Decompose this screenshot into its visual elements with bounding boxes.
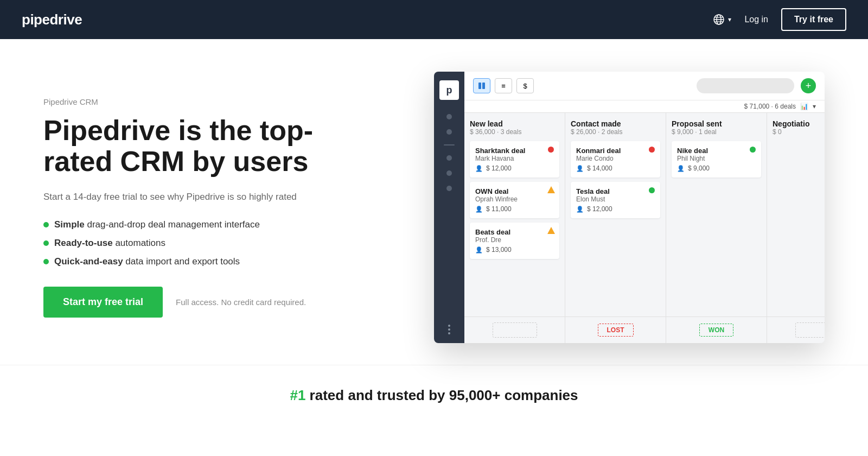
deal-status-triangle-1: [547, 186, 555, 193]
sidebar-nav-dot-3: [446, 155, 452, 161]
deal-card-own: OWN deal Oprah Winfree 👤 $ 11,000: [470, 182, 559, 218]
cta-note: Full access. No credit card required.: [176, 297, 306, 307]
kanban-view-button[interactable]: [473, 78, 490, 93]
try-free-button[interactable]: Try it free: [781, 8, 846, 31]
crm-bottom-row: LOST WON: [464, 316, 825, 343]
crm-view-switcher: ≡ $: [473, 78, 534, 93]
hero-subtitle: Pipedrive CRM: [43, 97, 326, 106]
lost-badge: LOST: [598, 324, 634, 337]
person-icon-5: 👤: [576, 206, 584, 213]
crm-column-proposal-sent: Proposal sent $ 9,000 · 1 deal Nike deal…: [666, 113, 767, 316]
hero-left: Pipedrive CRM Pipedrive is the top-rated…: [43, 97, 326, 318]
svg-rect-5: [478, 83, 481, 89]
crm-topbar-right: +: [697, 78, 816, 93]
bullet-icon-2: [43, 240, 49, 246]
bullet-icon-1: [43, 222, 49, 227]
empty-badge-1: [493, 322, 537, 338]
dropdown-icon: ▾: [813, 103, 816, 110]
crm-columns: New lead $ 36,000 · 3 deals Sharktank de…: [464, 113, 825, 316]
col-header-negotiation: Negotiatio $ 0: [773, 119, 825, 136]
navbar: pipedrive ▾ Log in Try it free: [0, 0, 868, 39]
feature-item-2: Ready-to-use automations: [43, 238, 326, 249]
start-trial-button[interactable]: Start my free trial: [43, 287, 163, 318]
navbar-right: ▾ Log in Try it free: [713, 8, 846, 31]
crm-bottom-cell-3: WON: [666, 317, 767, 343]
deal-card-beats: Beats deal Prof. Dre 👤 $ 13,000: [470, 223, 559, 259]
deal-status-red-2: [649, 147, 655, 153]
chart-view-button[interactable]: $: [516, 78, 534, 93]
deal-card-tesla: Tesla deal Elon Must 👤 $ 12,000: [571, 182, 660, 218]
crm-mockup: p ≡: [434, 72, 825, 343]
deal-card-konmari: Konmari deal Marie Condo 👤 $ 14,000: [571, 141, 660, 178]
deal-card-sharktank: Sharktank deal Mark Havana 👤 $ 12,000: [470, 141, 559, 178]
total-value: $ 71,000 · 6 deals: [744, 103, 796, 110]
rating-number: #1: [290, 387, 305, 403]
crm-secondary-bar: $ 71,000 · 6 deals 📊 ▾: [464, 100, 825, 113]
crm-column-negotiation: Negotiatio $ 0: [767, 113, 825, 316]
crm-columns-wrapper: New lead $ 36,000 · 3 deals Sharktank de…: [464, 113, 825, 316]
hero-description: Start a 14-day free trial to see why Pip…: [43, 190, 326, 204]
sidebar-nav-dot-4: [446, 170, 452, 176]
crm-bottom-cell-1: [464, 317, 565, 343]
won-badge: WON: [699, 324, 733, 337]
sidebar-nav-dot-1: [446, 114, 452, 119]
sidebar-nav-dot-5: [446, 186, 452, 191]
crm-topbar: ≡ $ +: [464, 72, 825, 100]
feature-item-1: Simple drag-and-drop deal management int…: [43, 219, 326, 230]
sidebar-logo: p: [439, 80, 459, 100]
cta-row: Start my free trial Full access. No cred…: [43, 287, 326, 318]
sidebar-more-icon: [448, 325, 450, 334]
crm-sidebar: p: [434, 72, 464, 343]
crm-column-contact-made: Contact made $ 26,000 · 2 deals Konmari …: [565, 113, 666, 316]
person-icon-4: 👤: [576, 165, 584, 172]
hero-section: Pipedrive CRM Pipedrive is the top-rated…: [0, 39, 868, 365]
sidebar-nav-line: [444, 144, 455, 145]
deal-status-green-1: [649, 187, 655, 193]
crm-search-bar: [697, 78, 794, 93]
sidebar-nav-dot-2: [446, 129, 452, 135]
bottom-bar: #1 rated and trusted by 95,000+ companie…: [0, 365, 868, 426]
bottom-bar-text: #1 rated and trusted by 95,000+ companie…: [43, 387, 825, 404]
deal-card-nike: Nike deal Phil Night 👤 $ 9,000: [672, 141, 761, 178]
hero-right: p ≡: [358, 72, 825, 343]
crm-bottom-cell-4: [767, 317, 825, 343]
crm-bottom-cell-2: LOST: [565, 317, 666, 343]
col-header-contact-made: Contact made $ 26,000 · 2 deals: [571, 119, 660, 136]
crm-column-new-lead: New lead $ 36,000 · 3 deals Sharktank de…: [464, 113, 565, 316]
globe-icon: [713, 14, 725, 26]
chart-icon: 📊: [800, 103, 808, 110]
person-icon: 👤: [475, 165, 483, 172]
empty-badge-2: [795, 322, 825, 338]
person-icon-6: 👤: [677, 165, 685, 172]
deal-status-green-2: [750, 147, 756, 153]
bullet-icon-3: [43, 259, 49, 264]
crm-main: ≡ $ + $ 71,000 · 6 deals 📊 ▾: [464, 72, 825, 343]
col-header-new-lead: New lead $ 36,000 · 3 deals: [470, 119, 559, 136]
col-header-proposal-sent: Proposal sent $ 9,000 · 1 deal: [672, 119, 761, 136]
deal-status-red-1: [548, 147, 554, 153]
person-icon-3: 👤: [475, 246, 483, 254]
feature-item-3: Quick-and-easy data import and export to…: [43, 256, 326, 267]
hero-title: Pipedrive is the top-rated CRM by users: [43, 115, 326, 177]
list-view-button[interactable]: ≡: [495, 78, 512, 93]
bottom-bar-rest: rated and trusted by 95,000+ companies: [305, 387, 578, 403]
chevron-down-icon: ▾: [728, 16, 731, 23]
login-link[interactable]: Log in: [744, 15, 768, 24]
logo: pipedrive: [22, 11, 82, 28]
features-list: Simple drag-and-drop deal management int…: [43, 219, 326, 267]
crm-add-button[interactable]: +: [801, 78, 816, 93]
deal-status-triangle-2: [547, 227, 555, 234]
svg-rect-6: [482, 83, 485, 89]
language-selector[interactable]: ▾: [713, 14, 731, 26]
person-icon-2: 👤: [475, 206, 483, 213]
